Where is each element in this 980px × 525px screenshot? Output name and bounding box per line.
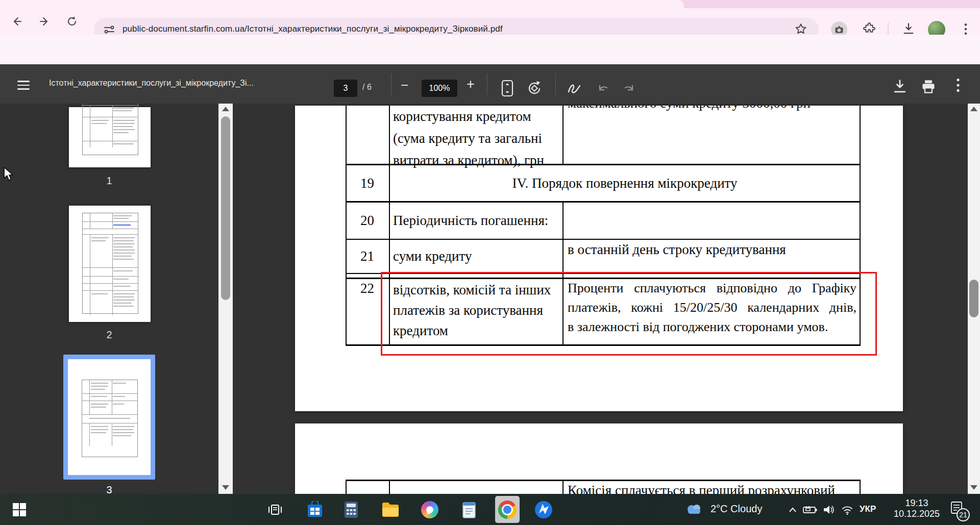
- row-21-left-cell: суми кредиту: [393, 240, 561, 273]
- pdf-print-icon[interactable]: [921, 79, 936, 97]
- thumbnail-label-3[interactable]: 3: [63, 484, 155, 494]
- taskbar: Поиск: [0, 494, 980, 525]
- tray-chevron-icon[interactable]: [786, 503, 799, 516]
- table-row-18-right-cell-clipped: максимального суми кредиту 3000,00 грн: [568, 106, 853, 111]
- pdf-page-4-fragment: Комісія сплачується в перший розрахунков…: [295, 423, 903, 494]
- pdf-title: Істотні_характеристики_послуги_зі_мікрок…: [49, 79, 254, 88]
- annotate-pen-icon[interactable]: [566, 80, 583, 99]
- main-scroll-thumb[interactable]: [969, 280, 978, 317]
- fit-page-icon[interactable]: [500, 80, 514, 99]
- thumbnail-page-1[interactable]: [69, 107, 151, 167]
- row-20-number: 20: [346, 203, 389, 239]
- row-19-number: 19: [346, 165, 389, 201]
- messenger-taskbar-icon[interactable]: [533, 500, 554, 519]
- network-icon[interactable]: [840, 503, 854, 517]
- pdf-separator-1: [391, 73, 391, 95]
- thumbnail-page-2[interactable]: [69, 206, 151, 322]
- file-explorer-icon[interactable]: [381, 501, 400, 519]
- zoom-in-button[interactable]: +: [467, 77, 475, 92]
- forward-button[interactable]: [36, 13, 53, 30]
- pdf-separator-3: [555, 73, 556, 95]
- back-button[interactable]: [8, 13, 26, 30]
- main-scroll-down-arrow[interactable]: [970, 485, 977, 490]
- address-bar: public-document.starfin.com.ua/Істотні_х…: [0, 8, 980, 35]
- notepad-icon[interactable]: [459, 501, 479, 519]
- sidebar-scroll-down-arrow[interactable]: [222, 485, 229, 490]
- chrome-taskbar-icon[interactable]: [495, 500, 520, 519]
- pdf-more-icon[interactable]: [953, 78, 963, 95]
- weather-text[interactable]: 2°C Cloudy: [710, 503, 762, 515]
- tab-strip: [0, 0, 980, 8]
- thumbnail-label-2[interactable]: 2: [63, 329, 155, 341]
- task-view-icon[interactable]: [265, 501, 285, 518]
- zoom-level-input[interactable]: 100%: [422, 80, 457, 97]
- battery-icon[interactable]: [802, 503, 818, 516]
- calculator-icon[interactable]: [341, 501, 361, 519]
- language-indicator[interactable]: УКР: [860, 504, 876, 514]
- pdf-page-3: користування кредитом (сума кредиту та з…: [295, 106, 903, 411]
- bookmarks-bar: Новини Відгуки Коментарі ВА Блоги Завдан…: [0, 35, 980, 64]
- row-19-section-title: IV. Порядок повернення мікрокредиту: [390, 165, 860, 201]
- pdf-download-icon[interactable]: [892, 79, 908, 97]
- thumbnail-page-3[interactable]: [68, 359, 151, 475]
- next-row-right-cell: Комісія сплачується в перший розрахунков…: [568, 483, 835, 494]
- tray-date: 10.12.2025: [889, 509, 945, 519]
- red-highlight-box: [381, 272, 877, 356]
- sidebar-scroll-up-arrow[interactable]: [222, 107, 229, 111]
- start-button[interactable]: [7, 494, 32, 525]
- screen: public-document.starfin.com.ua/Істотні_х…: [0, 0, 980, 525]
- main-scroll-up-arrow[interactable]: [970, 107, 977, 111]
- tray-time: 19:13: [889, 498, 945, 509]
- zoom-out-button[interactable]: −: [401, 78, 408, 93]
- row-21-number: 21: [346, 240, 389, 273]
- weather-cloud-icon[interactable]: [684, 501, 704, 517]
- row-20-left-cell: Періодичність погашення:: [393, 203, 561, 239]
- pdf-menu-icon[interactable]: [17, 78, 30, 92]
- tray-clock[interactable]: 19:13 10.12.2025: [889, 498, 945, 519]
- pdf-toolbar: Істотні_характеристики_послуги_зі_мікрок…: [0, 64, 980, 104]
- copilot-app-icon[interactable]: [420, 501, 439, 519]
- volume-icon[interactable]: [822, 503, 836, 517]
- table-row-18-left-cell: користування кредитом (сума кредиту та з…: [393, 106, 544, 171]
- page-total: / 6: [362, 83, 372, 92]
- microsoft-store-icon[interactable]: [305, 501, 325, 519]
- pdf-separator-2: [487, 73, 487, 95]
- sidebar-scroll-thumb[interactable]: [221, 116, 230, 300]
- notification-badge: 21: [959, 511, 967, 519]
- main-scrollbar[interactable]: [968, 104, 980, 494]
- mouse-cursor: [3, 167, 15, 184]
- undo-icon[interactable]: [595, 81, 610, 98]
- redo-icon[interactable]: [622, 81, 637, 98]
- thumbnail-label-1[interactable]: 1: [63, 175, 155, 187]
- reload-button[interactable]: [63, 13, 81, 30]
- action-center-icon[interactable]: 21: [950, 501, 963, 517]
- rotate-icon[interactable]: [526, 80, 543, 99]
- url-text[interactable]: public-document.starfin.com.ua/Істотні_х…: [122, 24, 503, 34]
- row-21-right-cell: в останній день строку кредитування: [568, 242, 786, 258]
- sidebar-scrollbar[interactable]: [218, 104, 233, 494]
- pdf-viewer: 1 2 3: [0, 104, 980, 494]
- active-tab[interactable]: [0, 0, 684, 8]
- page-number-input[interactable]: 3: [334, 80, 357, 97]
